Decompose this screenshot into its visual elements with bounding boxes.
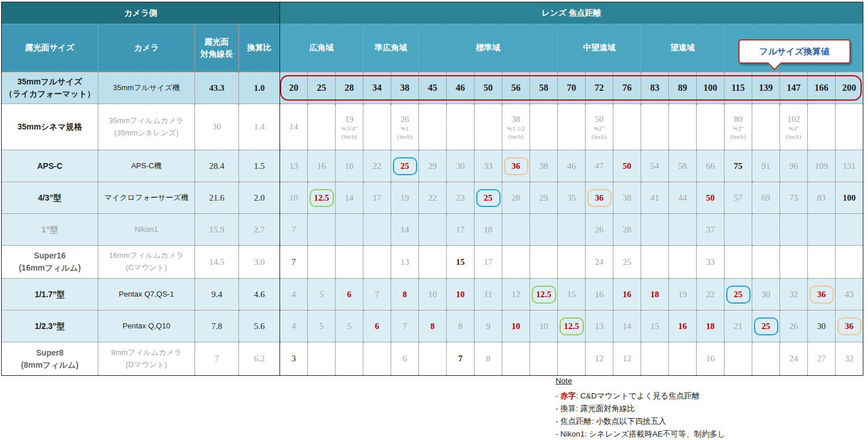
focal-value-cell: 29 [419, 150, 447, 182]
focal-value-cell: 8 [475, 342, 502, 376]
focal-value-cell: 50 [697, 182, 724, 214]
focal-value-cell: 10 [502, 310, 530, 342]
focal-value-cell: 147 [780, 72, 808, 104]
focal-value-cell: 28 [613, 214, 641, 246]
note-block: Note - 赤字: C&Dマウントでよく見る焦点距離- 換算: 露光面対角線比… [556, 376, 868, 440]
focal-value-cell [669, 214, 697, 246]
focal-value-cell: 27 [808, 342, 836, 376]
focal-value-cell: 43 [836, 279, 863, 310]
focal-value-cell: 75 [724, 150, 752, 182]
focal-value-cell: 18 [697, 310, 724, 342]
focal-value-cell: 14 [280, 104, 308, 150]
focal-value-cell [530, 104, 558, 150]
focal-value-cell: 38 [530, 150, 558, 182]
orange-highlight-box: 36 [837, 317, 862, 335]
focal-value-cell: 17 [363, 182, 391, 214]
focal-value-cell [530, 246, 558, 279]
focal-value-cell: 4 [280, 310, 308, 342]
focal-value-cell [447, 104, 475, 150]
table-row: 1”型Nikon115.92.77141718262837 [2, 214, 863, 246]
focal-value-cell: 102≒4"(inch) [780, 104, 808, 150]
focal-value-cell [752, 104, 780, 150]
focal-value-cell: 19≒3/4"(inch) [336, 104, 363, 150]
focal-value-cell: 25 [308, 72, 336, 104]
focal-value-cell: 41 [641, 182, 669, 214]
focal-value-cell: 25 [752, 310, 780, 342]
focal-value-cell: 15 [447, 246, 475, 279]
focal-value-cell [308, 214, 336, 246]
focal-value-cell [641, 214, 669, 246]
focal-value-cell: 5 [308, 310, 336, 342]
table-row: Super16(16mmフィルム)16mmフィルムカメラ(Cマウント)14.53… [2, 246, 863, 279]
focal-value-cell: 25 [613, 246, 641, 279]
focal-value-cell: 6 [391, 342, 419, 376]
note-item-label: 換算 [560, 404, 576, 413]
focal-value-cell: 17 [447, 214, 475, 246]
table-row: APS-CAPS-C機28.41.51316182225293033363846… [2, 150, 863, 182]
focal-value-cell [558, 342, 586, 376]
sensor-size-cell: 35mmシネマ規格 [2, 104, 98, 150]
focal-value-cell: 115 [724, 72, 752, 104]
focal-value-cell: 13 [280, 150, 308, 182]
focal-value-cell: 80≒3"(inch) [724, 104, 752, 150]
focal-value-cell [752, 214, 780, 246]
focal-value-cell: 16 [697, 342, 724, 376]
focal-group-header: 中望遠域 [558, 24, 641, 72]
focal-value-cell [836, 104, 863, 150]
focal-value-cell [363, 246, 391, 279]
focal-value-cell: 24 [780, 342, 808, 376]
focal-value-cell [363, 342, 391, 376]
focal-value-cell: 12 [586, 342, 613, 376]
focal-value-cell: 10 [419, 279, 447, 310]
camera-cell: Nikon1 [98, 214, 195, 246]
focal-value-cell: 38 [613, 182, 641, 214]
camera-cell: 35mmフィルムカメラ(35mmシネレンズ) [98, 104, 195, 150]
focal-value-cell [808, 214, 836, 246]
focal-value-cell: 17 [475, 246, 502, 279]
focal-value-cell [419, 342, 447, 376]
focal-value-cell [724, 342, 752, 376]
focal-value-cell: 200 [836, 72, 863, 104]
green-highlight-box: 12.5 [310, 189, 334, 207]
focal-value-cell: 66 [697, 150, 724, 182]
focal-value-cell [558, 246, 586, 279]
diagonal-cell: 15.9 [195, 214, 239, 246]
focal-value-cell: 50 [613, 150, 641, 182]
ratio-cell: 6.2 [239, 342, 280, 376]
sensor-size-cell: 4/3”型 [2, 182, 98, 214]
focal-group-header: 望遠域 [641, 24, 724, 72]
focal-value-cell: 5 [336, 310, 363, 342]
focal-value-cell [363, 104, 391, 150]
fullsize-callout: フルサイズ換算値 [738, 39, 851, 64]
focal-value-cell: 15 [641, 310, 669, 342]
ratio-cell: 2.7 [239, 214, 280, 246]
focal-value-cell [308, 246, 336, 279]
focal-value-cell: 57 [724, 182, 752, 214]
focal-value-cell [419, 104, 447, 150]
focal-value-cell: 26 [780, 310, 808, 342]
lens-side-header: レンズ 焦点距離 [280, 2, 863, 24]
focal-value-cell [558, 214, 586, 246]
note-item-label: 焦点距離 [560, 417, 591, 426]
sensor-size-cell: 1”型 [2, 214, 98, 246]
focal-value-cell: 19 [391, 182, 419, 214]
focal-value-cell [419, 246, 447, 279]
note-item: - 赤字: C&Dマウントでよく見る焦点距離 [556, 390, 868, 402]
focal-value-cell: 33 [697, 246, 724, 279]
focal-value-cell: 139 [752, 72, 780, 104]
focal-value-cell [669, 342, 697, 376]
focal-value-cell: 7 [391, 310, 419, 342]
focal-value-cell: 11 [475, 279, 502, 310]
focal-value-cell: 30 [447, 150, 475, 182]
diagonal-cell: 21.6 [195, 182, 239, 214]
diagonal-cell: 7.8 [195, 310, 239, 342]
focal-value-cell: 25 [475, 182, 502, 214]
focal-value-cell: 9 [475, 310, 502, 342]
ratio-cell: 2.0 [239, 182, 280, 214]
focal-value-cell: 36 [808, 279, 836, 310]
focal-value-cell [308, 342, 336, 376]
focal-value-cell: 24 [586, 246, 613, 279]
focal-value-cell [752, 246, 780, 279]
focal-value-cell: 8 [447, 310, 475, 342]
focal-value-cell: 32 [780, 279, 808, 310]
